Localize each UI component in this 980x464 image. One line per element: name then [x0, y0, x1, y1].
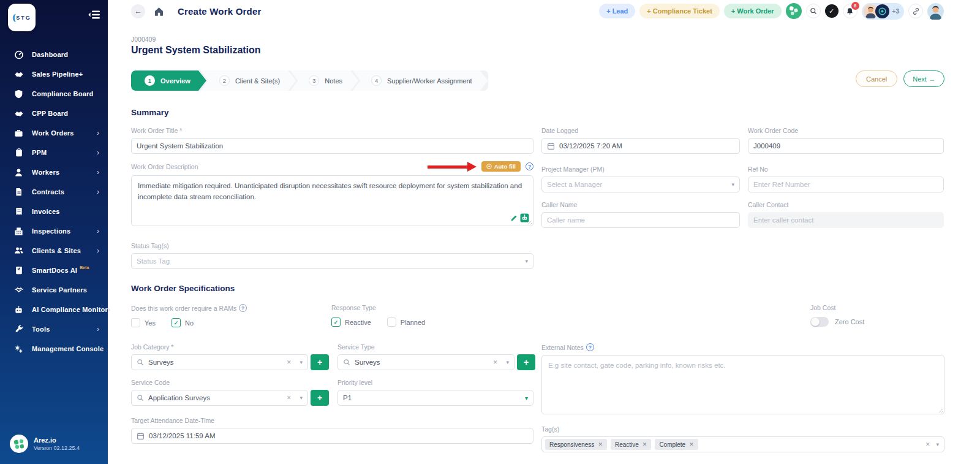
avatar-group[interactable]: +3 — [862, 3, 904, 20]
tag-chip: Reactive✕ — [611, 439, 651, 450]
sidebar-item-label: CPP Board — [32, 110, 68, 117]
calendar-icon — [547, 142, 555, 150]
edit-pencil-icon[interactable] — [510, 215, 518, 222]
remove-tag-icon[interactable]: ✕ — [643, 441, 647, 447]
sidebar-item-dashboard[interactable]: Dashboard — [0, 45, 108, 64]
external-notes-textarea[interactable]: E.g site contact, gate code, parking inf… — [541, 355, 944, 414]
add-compliance-ticket-button[interactable]: + Compliance Ticket — [639, 4, 719, 18]
chevron-right-icon: › — [97, 188, 99, 196]
status-tags-select[interactable]: Status Tag ▾ — [131, 253, 533, 269]
rams-help-icon[interactable]: ? — [239, 304, 247, 312]
description-textarea[interactable]: Immediate mitigation required. Unanticip… — [131, 175, 533, 226]
job-category-select[interactable]: Surveys ✕ ▾ — [131, 354, 308, 370]
sidebar-item-label: Service Partners — [32, 286, 87, 294]
sidebar-item-ppm[interactable]: PPM › — [0, 143, 108, 162]
person-icon — [13, 167, 24, 178]
sidebar-item-workers[interactable]: Workers › — [0, 162, 108, 182]
remove-tag-icon[interactable]: ✕ — [689, 441, 694, 447]
autofill-help-icon[interactable]: ? — [526, 162, 533, 170]
back-button[interactable]: ← — [131, 4, 145, 18]
next-button[interactable]: Next → — [903, 70, 944, 87]
add-service-code-button[interactable]: + — [311, 390, 329, 406]
document-icon — [13, 187, 24, 197]
priority-select[interactable]: P1 ▾ — [337, 390, 533, 406]
ref-no-input[interactable]: Enter Ref Number — [748, 177, 944, 192]
verified-button[interactable]: ✓ — [825, 4, 839, 18]
search-button[interactable] — [806, 4, 821, 18]
sidebar-item-tools[interactable]: Tools › — [0, 319, 108, 339]
add-lead-button[interactable]: + Lead — [599, 4, 635, 18]
response-planned-checkbox[interactable]: Planned — [387, 318, 425, 327]
home-button[interactable] — [154, 6, 164, 17]
step-supplier-worker[interactable]: 4 Supplier/Worker Assignment — [353, 70, 488, 91]
target-datetime-input[interactable]: 03/12/2025 11:59 AM — [131, 428, 533, 444]
search-icon — [343, 359, 350, 366]
clear-icon[interactable]: ✕ — [287, 359, 292, 365]
field-target-datetime: Target Attendance Date-Time 03/12/2025 1… — [131, 417, 533, 444]
service-type-select[interactable]: Surveys ✕ ▾ — [337, 354, 514, 370]
notifications-button[interactable]: 8 — [843, 4, 858, 18]
sidebar-item-compliance-board[interactable]: Compliance Board — [0, 84, 108, 104]
share-link-button[interactable] — [908, 4, 923, 18]
autofill-button[interactable]: Auto fill — [481, 161, 521, 172]
main-area: ← Create Work Order + Lead + Compliance … — [108, 0, 980, 464]
clear-icon[interactable]: ✕ — [493, 359, 498, 365]
job-category-label: Job Category * — [131, 343, 329, 351]
add-service-type-button[interactable]: + — [517, 354, 535, 370]
work-order-title-input[interactable]: Urgent System Stabilization — [131, 138, 533, 154]
clear-all-icon[interactable]: ✕ — [925, 441, 930, 447]
sidebar-item-invoices[interactable]: Invoices — [0, 202, 108, 221]
work-order-code-input[interactable]: J000409 — [748, 138, 944, 154]
sidebar-item-contracts[interactable]: Contracts › — [0, 182, 108, 202]
rams-yes-checkbox[interactable]: Yes — [131, 318, 156, 327]
sidebar-item-inspections[interactable]: Inspections › — [0, 221, 108, 241]
add-job-category-button[interactable]: + — [311, 354, 329, 370]
caller-name-input[interactable]: Caller name — [541, 212, 740, 228]
app-logo[interactable]: ⦅ STG — [8, 4, 36, 31]
sidebar-item-service-partners[interactable]: Service Partners — [0, 280, 108, 300]
date-logged-input[interactable]: 03/12/2025 7:20 AM — [541, 138, 740, 154]
project-manager-select[interactable]: Select a Manager ▾ — [541, 177, 740, 192]
sidebar-item-clients-sites[interactable]: Clients & Sites › — [0, 241, 108, 261]
beta-badge: Beta — [80, 265, 89, 270]
step-client-sites[interactable]: 2 Client & Site(s) — [201, 70, 296, 91]
ai-assistant-icon[interactable] — [520, 213, 529, 222]
field-work-order-description: Work Order Description Auto fill ? Immed… — [131, 161, 533, 269]
field-status-tags: Status Tag(s) Status Tag ▾ — [131, 242, 533, 269]
cancel-button[interactable]: Cancel — [856, 70, 897, 87]
page-header: J000409 Urgent System Stabilization — [131, 36, 944, 56]
user-avatar[interactable] — [927, 3, 944, 20]
description-label: Work Order Description — [131, 163, 198, 170]
chevron-right-icon: › — [97, 325, 99, 333]
step-overview[interactable]: 1 Overview — [131, 70, 206, 91]
rams-no-checkbox[interactable]: ✓No — [172, 318, 194, 327]
sidebar-item-sales-pipeline[interactable]: Sales Pipeline+ — [0, 64, 108, 84]
remove-tag-icon[interactable]: ✕ — [598, 441, 603, 447]
brand-green-icon[interactable] — [786, 3, 802, 19]
response-reactive-checkbox[interactable]: ✓Reactive — [331, 318, 371, 327]
response-type-label: Response Type — [331, 304, 540, 311]
field-tags: Tag(s) Responsiveness✕ Reactive✕ Complet… — [541, 425, 944, 452]
service-code-select[interactable]: Application Surveys ✕ ▾ — [131, 390, 308, 406]
resize-handle[interactable] — [937, 407, 943, 413]
add-work-order-button[interactable]: + Work Order — [724, 4, 782, 18]
step-notes[interactable]: 3 Notes — [290, 70, 358, 91]
sidebar-footer: Arez.io Version 02.12.25.4 — [0, 435, 108, 464]
tags-select[interactable]: Responsiveness✕ Reactive✕ Complete✕ ✕ ▾ — [541, 436, 944, 452]
sidebar-item-smartdocs-ai[interactable]: SmartDocs AI Beta — [0, 261, 108, 280]
sidebar-item-cpp-board[interactable]: CPP Board — [0, 104, 108, 123]
date-logged-value: 03/12/2025 7:20 AM — [559, 142, 622, 150]
sidebar-item-ai-compliance-monitor[interactable]: AI Compliance Monitor › — [0, 300, 108, 319]
work-order-title-label: Work Order Title * — [131, 127, 533, 134]
chevron-right-icon: › — [97, 227, 99, 235]
clear-icon[interactable]: ✕ — [287, 395, 292, 401]
sparkle-icon — [486, 164, 492, 169]
dashboard-icon — [13, 50, 24, 60]
step-label: Notes — [325, 77, 342, 85]
zero-cost-toggle[interactable] — [810, 317, 829, 327]
sidebar-collapse-icon[interactable] — [88, 10, 100, 22]
sidebar-item-management-console[interactable]: Management Console — [0, 339, 108, 359]
sidebar-item-work-orders[interactable]: Work Orders › — [0, 123, 108, 143]
caller-contact-input[interactable]: Enter caller contact — [748, 212, 944, 228]
external-notes-help-icon[interactable]: ? — [586, 343, 594, 351]
